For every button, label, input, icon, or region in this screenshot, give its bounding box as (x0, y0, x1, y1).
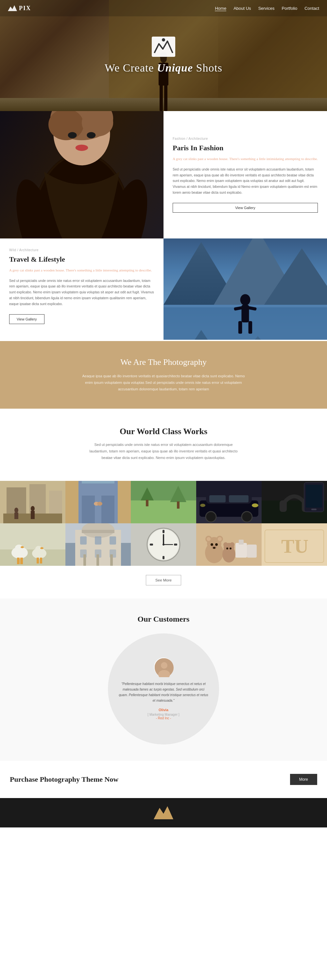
svg-rect-67 (229, 495, 249, 503)
svg-rect-90 (40, 558, 42, 563)
customers-section: Our Customers "Pellentesque habitant mor… (0, 598, 327, 761)
svg-point-16 (68, 132, 77, 138)
svg-point-134 (230, 547, 231, 549)
svg-point-68 (206, 512, 216, 522)
testimonial-role: [ Marketing Manager ] (147, 713, 179, 716)
svg-rect-84 (17, 558, 20, 564)
svg-point-69 (242, 512, 252, 522)
testimonial-quote: "Pellentesque habitant morbi tristique s… (118, 681, 209, 703)
works-title: Our World Class Works (6, 426, 321, 436)
svg-point-45 (31, 506, 35, 511)
svg-rect-34 (238, 321, 242, 334)
svg-rect-98 (110, 536, 116, 544)
travel-subtitle: A grey cat slinks past a wooden house. T… (9, 267, 154, 274)
logo-icon (8, 5, 17, 12)
svg-point-124 (218, 537, 222, 541)
see-more-section: See More (0, 566, 327, 598)
navigation: PIX Home About Us Services Portfolio Con… (0, 0, 327, 16)
svg-rect-77 (306, 485, 322, 508)
fashion-image (0, 111, 164, 239)
svg-rect-66 (209, 495, 226, 503)
testimonial-avatar (154, 657, 173, 676)
gallery-cell-5[interactable] (262, 481, 327, 523)
svg-rect-116 (235, 543, 247, 558)
svg-rect-44 (14, 512, 18, 519)
purchase-section: Purchase Photography Theme Now More (0, 761, 327, 798)
customers-title: Our Customers (6, 615, 321, 624)
fashion-title: Paris In Fashion (173, 144, 318, 152)
fashion-view-gallery-button[interactable]: View Gallery (173, 203, 318, 213)
svg-rect-102 (83, 554, 86, 566)
svg-rect-50 (101, 494, 115, 523)
svg-rect-96 (80, 536, 87, 544)
svg-rect-61 (177, 501, 180, 509)
nav-about[interactable]: About Us (233, 6, 251, 11)
svg-rect-118 (247, 544, 257, 558)
logo[interactable]: PIX (8, 5, 31, 12)
see-more-button[interactable]: See More (146, 575, 181, 585)
nav-services[interactable]: Services (258, 6, 275, 11)
fashion-section: Fashion / Architecture Paris In Fashion … (0, 111, 327, 239)
travel-section: Wild / Architecture Travel & Lifestyle A… (0, 239, 327, 341)
svg-point-7 (162, 38, 165, 41)
gallery-cell-1[interactable] (0, 481, 65, 523)
gallery-cell-4[interactable] (196, 481, 262, 523)
svg-point-131 (223, 542, 228, 547)
purchase-button[interactable]: More (290, 774, 317, 785)
gallery-cell-6[interactable] (0, 523, 65, 566)
svg-rect-54 (82, 481, 115, 484)
svg-rect-5 (164, 85, 167, 111)
gallery-grid: TU (0, 481, 327, 566)
svg-rect-35 (249, 321, 252, 334)
photography-banner-title: We Are The Photography (6, 357, 321, 367)
fashion-content: Fashion / Architecture Paris In Fashion … (164, 111, 327, 239)
gallery-cell-10[interactable]: TU (262, 523, 327, 566)
svg-point-125 (211, 543, 213, 546)
testimonial-company: - Red Inc - (156, 716, 171, 720)
svg-point-32 (240, 294, 250, 305)
svg-rect-57 (131, 500, 196, 523)
travel-desc: Sed ut perspiciatis unde omnis iste natu… (9, 278, 154, 307)
svg-rect-112 (163, 556, 164, 559)
svg-rect-46 (31, 511, 35, 519)
svg-rect-117 (239, 540, 244, 544)
hero-title: We Create Unique Shots (105, 61, 222, 75)
works-desc: Sed ut perspiciatis unde omnis iste natu… (85, 442, 242, 461)
svg-point-70 (252, 503, 258, 508)
svg-rect-41 (49, 491, 62, 514)
svg-marker-141 (154, 806, 173, 819)
travel-image (164, 239, 327, 341)
nav-home[interactable]: Home (215, 6, 226, 11)
svg-point-88 (40, 547, 43, 549)
svg-rect-89 (37, 558, 39, 563)
fashion-subtitle: A grey cat slinks past a wooden house. T… (173, 156, 318, 162)
testimonial-card: "Pellentesque habitant morbi tristique s… (108, 633, 219, 745)
travel-view-gallery-button[interactable]: View Gallery (9, 314, 45, 324)
svg-rect-74 (279, 500, 287, 512)
gallery-cell-3[interactable] (131, 481, 196, 523)
hero-section: We Create Unique Shots (0, 0, 327, 111)
svg-point-43 (14, 508, 18, 513)
photography-banner-desc: Aeaque ipsa quae ab illo inventore verit… (82, 373, 245, 392)
nav-contact[interactable]: Contact (305, 6, 319, 11)
svg-point-18 (75, 145, 88, 151)
svg-rect-59 (146, 500, 148, 506)
svg-rect-78 (311, 509, 317, 510)
nav-menu: Home About Us Services Portfolio Contact (215, 5, 319, 11)
svg-rect-104 (110, 554, 113, 566)
svg-point-132 (230, 542, 234, 547)
gallery-cell-2[interactable] (65, 481, 131, 523)
svg-rect-103 (96, 554, 99, 566)
gallery-cell-9[interactable] (196, 523, 262, 566)
fashion-desc: Sed ut perspiciatis unde omnis iste natu… (173, 167, 318, 196)
hero-logo-symbol (152, 37, 175, 57)
gallery-cell-7[interactable] (65, 523, 131, 566)
hero-content: We Create Unique Shots (105, 37, 222, 75)
gallery-cell-8[interactable] (131, 523, 196, 566)
testimonial-name: Olivia (159, 708, 168, 712)
nav-portfolio[interactable]: Portfolio (282, 6, 297, 11)
svg-rect-95 (82, 530, 115, 533)
svg-point-53 (97, 502, 102, 506)
logo-text: PIX (19, 5, 31, 12)
footer-logo-icon (154, 805, 173, 821)
